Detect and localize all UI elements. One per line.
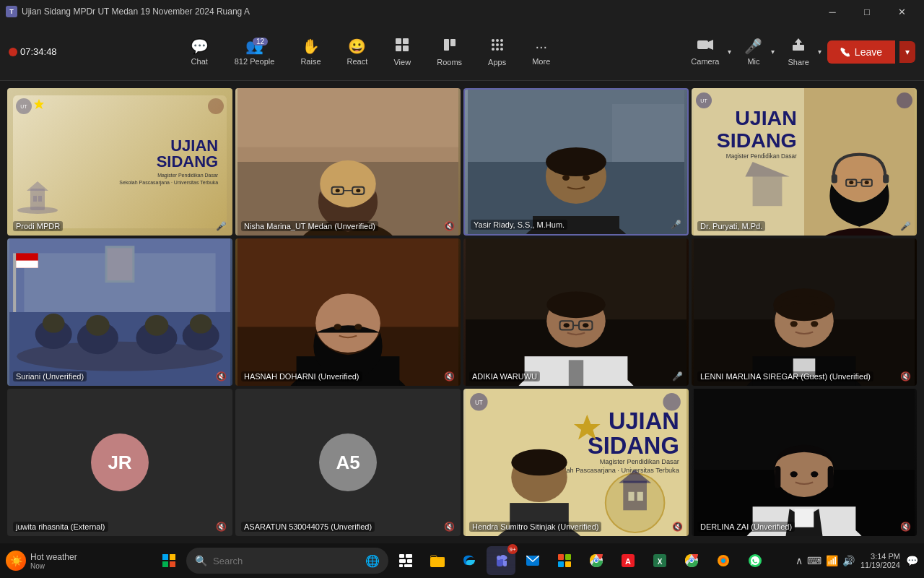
tile-inner-derlina (692, 389, 917, 536)
taskbar-center: 🔍 🌐 (154, 546, 770, 575)
view-button[interactable]: View (382, 33, 422, 71)
file-explorer-button[interactable] (423, 546, 452, 575)
raise-button[interactable]: ✋ Raise (289, 33, 332, 70)
network-icon[interactable]: 📶 (826, 555, 838, 566)
ujian-hendra-bg: UJIAN SIDANG Magister Pendidikan Dasar S… (463, 389, 689, 536)
system-tray: ∧ ⌨ 📶 🔊 (796, 555, 855, 566)
person-silhouette-yasir (465, 90, 687, 234)
svg-rect-139 (399, 554, 404, 558)
view-icon (395, 38, 409, 56)
title-bar-left: T Ujian Sidang MPDr UT Medan 19 November… (6, 6, 250, 17)
tile-inner-juwita: JR (7, 389, 232, 536)
svg-rect-54 (832, 174, 837, 183)
acrobat-button[interactable]: A (614, 546, 642, 575)
react-label: React (347, 57, 368, 66)
tile-inner-suriani (7, 238, 232, 386)
taskbar: ☀️ Hot weather Now 🔍 🌐 (0, 543, 924, 578)
svg-rect-129 (795, 509, 814, 527)
leave-chevron[interactable]: ▾ (899, 41, 915, 63)
chrome-icon (590, 554, 603, 567)
whatsapp-button[interactable] (741, 546, 770, 575)
minimize-button[interactable]: ─ (816, 0, 849, 23)
mic-chevron[interactable]: ▾ (770, 45, 776, 59)
svg-point-42 (562, 175, 570, 181)
svg-text:Magister Pendidikan Dasar: Magister Pendidikan Dasar (726, 153, 797, 160)
task-view-button[interactable] (391, 546, 420, 575)
video-tile-derlina: DERLINA ZAI (Unverified) 🔇 (692, 389, 917, 536)
chat-label: Chat (191, 57, 208, 66)
mic-status-lenni: 🔇 (900, 371, 911, 381)
share-chevron[interactable]: ▾ (816, 45, 823, 59)
video-grid: UT UJIAN SIDANG (0, 81, 924, 543)
chrome2-button[interactable] (677, 546, 706, 575)
camera-chevron[interactable]: ▾ (726, 45, 733, 59)
notification-icon[interactable]: 💬 (906, 555, 918, 566)
keyboard-icon[interactable]: ⌨ (807, 555, 821, 566)
svg-point-11 (500, 43, 503, 46)
volume-icon[interactable]: 🔊 (842, 555, 855, 566)
svg-point-121 (511, 449, 567, 476)
maximize-button[interactable]: □ (850, 0, 884, 23)
svg-text:Sekolah Pascasarjana · Univers: Sekolah Pascasarjana · Universitas Terbu… (550, 467, 680, 474)
svg-point-84 (354, 324, 362, 329)
share-button[interactable]: Share (780, 33, 816, 71)
leave-button[interactable]: Leave (827, 40, 895, 64)
excel-icon: X (653, 554, 666, 567)
tile-inner-hasnah (235, 238, 461, 386)
svg-rect-75 (16, 261, 38, 268)
svg-rect-141 (399, 559, 406, 563)
apps-icon (490, 38, 505, 56)
taskbar-left: ☀️ Hot weather Now (6, 551, 77, 571)
mic-status-suriani: 🔇 (216, 371, 227, 381)
more-button[interactable]: ··· More (520, 34, 562, 70)
svg-point-157 (595, 559, 598, 562)
svg-point-10 (496, 43, 499, 46)
tile-inner-asaratun: A5 (235, 389, 461, 536)
close-button[interactable]: ✕ (885, 0, 918, 23)
video-tile-puryati: UJIAN SIDANG Magister Pendidikan Dasar (692, 88, 917, 236)
ujian-card-mpdr: UT UJIAN SIDANG (7, 88, 232, 236)
clock[interactable]: 3:14 PM 11/19/2024 (860, 552, 900, 569)
raise-label: Raise (300, 57, 321, 66)
share-control: Share ▾ (780, 33, 822, 71)
search-input[interactable] (213, 556, 359, 566)
teams-taskbar-button[interactable]: 9+ (487, 546, 515, 575)
svg-point-9 (492, 43, 494, 46)
rooms-button[interactable]: Rooms (425, 33, 474, 71)
svg-point-29 (320, 160, 376, 207)
start-button[interactable] (154, 546, 183, 575)
svg-point-91 (546, 291, 606, 318)
tile-inner-lenni (692, 238, 917, 386)
edge-icon (463, 554, 476, 567)
video-tile-adikia: ADIKIA WARUWU 🎤 (463, 238, 689, 386)
search-bar[interactable]: 🔍 🌐 (186, 548, 388, 574)
mail-button[interactable] (518, 546, 547, 575)
title-bar: T Ujian Sidang MPDr UT Medan 19 November… (0, 0, 924, 23)
svg-point-104 (790, 321, 798, 327)
people-button[interactable]: 👥 12 812 People (223, 33, 287, 70)
svg-point-165 (690, 559, 693, 562)
firefox-button[interactable] (709, 546, 738, 575)
chrome-button[interactable] (582, 546, 611, 575)
camera-button[interactable]: Camera (684, 34, 726, 70)
video-tile-hasnah: HASNAH DOHARNI (Unverified) 🔇 (235, 238, 461, 386)
apps-button[interactable]: Apps (476, 33, 518, 71)
person-silhouette-hasnah (235, 238, 461, 386)
svg-point-95 (564, 323, 570, 327)
react-button[interactable]: 😀 React (336, 33, 380, 70)
edge-button[interactable] (455, 546, 484, 575)
svg-marker-24 (34, 99, 44, 109)
excel-button[interactable]: X (645, 546, 674, 575)
camera-control: Camera ▾ (684, 34, 733, 70)
svg-rect-1 (403, 38, 409, 44)
mic-status-hasnah: 🔇 (444, 371, 455, 381)
tile-inner-puryati: UJIAN SIDANG Magister Pendidikan Dasar (692, 88, 917, 236)
svg-rect-5 (450, 39, 456, 46)
apps-grid-button[interactable] (550, 546, 579, 575)
mic-button[interactable]: 🎤 Mic (737, 33, 770, 70)
svg-point-82 (315, 294, 380, 353)
camera-icon (697, 38, 713, 55)
chat-button[interactable]: 💬 Chat (179, 33, 220, 70)
tray-arrow-icon[interactable]: ∧ (796, 555, 803, 566)
mic-status-puryati: 🎤 (900, 221, 911, 231)
